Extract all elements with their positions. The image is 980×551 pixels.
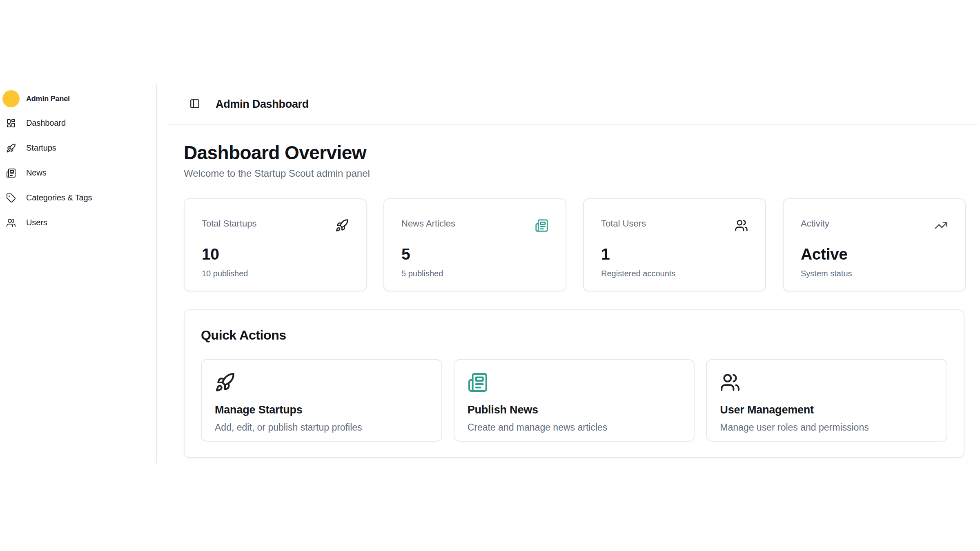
header: Admin Dashboard (157, 84, 980, 124)
quick-action-manage-startups[interactable]: Manage Startups Add, edit, or publish st… (201, 359, 442, 442)
stat-value: 10 (202, 245, 349, 263)
users-icon (720, 387, 740, 394)
trending-up-icon (934, 218, 948, 234)
panel-left-icon (189, 98, 200, 110)
users-icon (735, 218, 748, 234)
quick-action-user-management[interactable]: User Management Manage user roles and pe… (706, 359, 947, 442)
rocket-icon (335, 218, 349, 234)
quick-action-title: User Management (720, 403, 933, 416)
stat-value: 1 (601, 245, 748, 263)
quick-action-title: Publish News (468, 403, 681, 416)
users-icon (2, 214, 20, 232)
quick-action-description: Manage user roles and permissions (720, 422, 933, 433)
sidebar-item-label: Users (26, 218, 47, 227)
sidebar-item-label: Startups (26, 143, 56, 153)
quick-action-publish-news[interactable]: Publish News Create and manage news arti… (454, 359, 695, 442)
header-divider (168, 124, 978, 124)
sidebar-item-users[interactable]: Users (2, 210, 156, 235)
stat-subtext: 5 published (401, 269, 548, 278)
quick-action-description: Create and manage news articles (468, 422, 681, 433)
stat-subtext: 10 published (202, 269, 349, 278)
stat-card-activity: Activity Active System status (783, 198, 966, 291)
rocket-icon (215, 387, 235, 394)
stat-label: Total Users (601, 218, 646, 229)
sidebar-item-startups[interactable]: Startups (2, 136, 156, 160)
stat-subtext: Registered accounts (601, 269, 748, 278)
stat-label: Total Startups (202, 218, 257, 229)
stat-subtext: System status (801, 269, 948, 278)
page-subtitle: Welcome to the Startup Scout admin panel (184, 168, 966, 179)
stat-value: Active (801, 245, 948, 263)
stat-card-total-users: Total Users 1 Registered accounts (583, 198, 766, 291)
brand-label: Admin Panel (26, 95, 70, 103)
stat-value: 5 (401, 245, 548, 263)
newspaper-icon (535, 218, 548, 234)
sidebar-toggle-button[interactable] (189, 99, 200, 110)
sidebar-item-label: Categories & Tags (26, 193, 92, 202)
quick-actions-card: Quick Actions Manage Startups Add, edit,… (184, 309, 964, 458)
quick-actions-grid: Manage Startups Add, edit, or publish st… (201, 359, 947, 442)
sidebar-item-dashboard[interactable]: Dashboard (2, 111, 156, 136)
brand-logo (2, 90, 20, 108)
rocket-icon (2, 139, 20, 157)
sidebar-item-categories-tags[interactable]: Categories & Tags (2, 185, 156, 210)
sidebar-item-news[interactable]: News (2, 160, 156, 185)
layout-dashboard-icon (2, 114, 20, 132)
brand[interactable]: Admin Panel (2, 87, 156, 111)
quick-action-title: Manage Startups (215, 403, 428, 416)
stats-row: Total Startups 10 10 published News Arti… (184, 198, 966, 291)
newspaper-icon (468, 387, 488, 394)
quick-action-description: Add, edit, or publish startup profiles (215, 422, 428, 433)
stat-label: Activity (801, 218, 829, 229)
sidebar-item-label: Dashboard (26, 118, 66, 128)
sidebar: Admin Panel Dashboard Startups News Cate (0, 84, 157, 464)
stat-label: News Articles (401, 218, 455, 229)
page-title: Dashboard Overview (184, 143, 966, 162)
stat-card-news-articles: News Articles 5 5 published (383, 198, 566, 291)
header-title: Admin Dashboard (216, 98, 309, 111)
tag-icon (2, 189, 20, 207)
quick-actions-title: Quick Actions (201, 327, 947, 343)
stat-card-total-startups: Total Startups 10 10 published (184, 198, 367, 291)
main-area: Admin Dashboard Dashboard Overview Welco… (157, 84, 980, 464)
sidebar-item-label: News (26, 168, 47, 178)
newspaper-icon (2, 164, 20, 182)
content: Dashboard Overview Welcome to the Startu… (157, 124, 980, 458)
admin-dashboard-page: Admin Panel Dashboard Startups News Cate (0, 84, 980, 464)
